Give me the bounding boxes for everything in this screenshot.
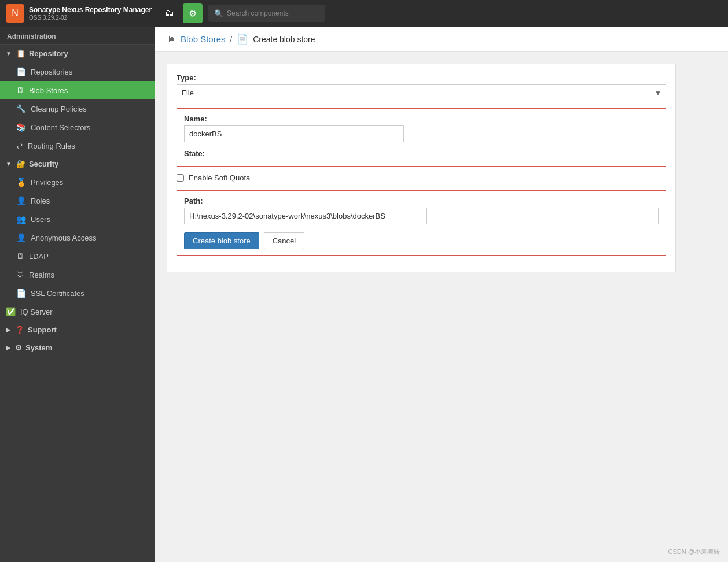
support-group-header[interactable]: ▶ ❓ Support [0,321,155,339]
breadcrumb-blob-stores-link[interactable]: Blob Stores [181,34,226,44]
sidebar-item-iq-server-label: IQ Server [20,308,53,316]
breadcrumb-blob-stores-icon: 🖥 [167,34,176,45]
search-icon: 🔍 [214,9,223,18]
realms-icon: 🛡 [16,270,24,279]
state-group: State: [184,149,659,158]
sidebar-item-blob-stores-label: Blob Stores [29,86,68,95]
sidebar-item-content-selectors-label: Content Selectors [31,123,90,132]
support-chevron: ▶ [6,327,10,333]
repository-items: 📄 Repositories 🖥 Blob Stores 🔧 Cleanup P… [0,62,155,155]
breadcrumb-current-text: Create blob store [253,35,315,44]
type-select-wrapper: File ▼ [177,84,666,101]
soft-quota-row: Enable Soft Quota [177,173,666,182]
administration-header: Administration [0,27,155,45]
system-icon: ⚙ [15,343,22,352]
search-bar: 🔍 [208,5,325,22]
sidebar-item-routing-rules[interactable]: ⇄ Routing Rules [0,136,155,155]
blob-stores-icon: 🖥 [16,86,24,95]
main-content: 🖥 Blob Stores / 📄 Create blob store Type… [155,27,728,562]
browse-button[interactable]: 🗂 [160,3,179,23]
path-input[interactable] [184,208,427,224]
form-area: Type: File ▼ Name: State: [155,52,728,283]
layout: Administration ▼ 📋 Repository 📄 Reposito… [0,27,728,562]
soft-quota-label[interactable]: Enable Soft Quota [189,173,250,182]
type-section: Type: File ▼ Name: State: [167,64,676,272]
system-group-header[interactable]: ▶ ⚙ System [0,339,155,357]
sidebar-item-realms[interactable]: 🛡 Realms [0,265,155,284]
sidebar-item-repositories-label: Repositories [31,68,72,76]
name-input[interactable] [184,125,404,142]
sidebar-item-routing-rules-label: Routing Rules [28,142,75,150]
sidebar-item-iq-server[interactable]: ✅ IQ Server [0,302,155,321]
security-label: Security [29,160,58,168]
path-extra-input[interactable] [427,208,659,224]
state-label: State: [184,149,659,158]
users-icon: 👥 [16,215,26,224]
repository-group-header[interactable]: ▼ 📋 Repository [0,45,155,62]
sidebar-item-ldap[interactable]: 🖥 LDAP [0,247,155,265]
sidebar: Administration ▼ 📋 Repository 📄 Reposito… [0,27,155,562]
sidebar-item-roles-label: Roles [31,197,50,205]
breadcrumb-create-icon: 📄 [237,34,248,45]
type-group: Type: File ▼ [177,73,666,101]
sidebar-item-ssl-certificates-label: SSL Certificates [31,289,84,298]
iq-server-icon: ✅ [6,307,16,316]
sidebar-item-ldap-label: LDAP [29,252,49,261]
create-blob-store-button[interactable]: Create blob store [184,232,259,249]
sidebar-item-users[interactable]: 👥 Users [0,210,155,228]
name-group: Name: [184,114,659,142]
cancel-button[interactable]: Cancel [264,232,304,249]
soft-quota-checkbox[interactable] [177,174,184,182]
routing-rules-icon: ⇄ [16,141,23,150]
breadcrumb: 🖥 Blob Stores / 📄 Create blob store [155,27,728,52]
nav-icons: 🗂 ⚙ [160,3,203,23]
ssl-certificates-icon: 📄 [16,289,26,298]
search-input[interactable] [227,9,319,17]
path-label: Path: [184,197,659,205]
anonymous-access-icon: 👤 [16,233,26,242]
security-items: 🏅 Privileges 👤 Roles 👥 Users 👤 Anonymous… [0,173,155,302]
support-label: Support [28,326,57,334]
sidebar-item-privileges-label: Privileges [31,178,63,187]
sidebar-item-realms-label: Realms [29,271,54,279]
repository-chevron: ▼ [6,50,12,57]
roles-icon: 👤 [16,196,26,205]
system-label: System [25,343,52,352]
security-icon: 🔐 [16,160,25,168]
breadcrumb-separator: / [230,35,233,43]
repository-icon: 📋 [16,49,25,58]
sidebar-item-privileges[interactable]: 🏅 Privileges [0,173,155,191]
cleanup-policies-icon: 🔧 [16,104,26,113]
sidebar-item-ssl-certificates[interactable]: 📄 SSL Certificates [0,284,155,302]
repository-label: Repository [29,49,68,58]
watermark: CSDN @小袁搬砖 [668,548,720,556]
type-label: Type: [177,73,666,82]
app-title: Sonatype Nexus Repository Manager [29,6,152,14]
support-icon: ❓ [15,326,24,334]
sidebar-item-anonymous-access-label: Anonymous Access [31,234,96,242]
brand-text: Sonatype Nexus Repository Manager OSS 3.… [29,6,152,20]
repositories-icon: 📄 [16,67,26,76]
sidebar-item-blob-stores[interactable]: 🖥 Blob Stores [0,81,155,99]
sidebar-item-cleanup-policies[interactable]: 🔧 Cleanup Policies [0,99,155,118]
path-section: Path: Create blob store Cancel [177,190,666,256]
navbar: N Sonatype Nexus Repository Manager OSS … [0,0,728,27]
name-state-box: Name: State: [177,108,666,167]
brand-icon: N [6,4,24,23]
sidebar-item-roles[interactable]: 👤 Roles [0,191,155,210]
sidebar-item-cleanup-policies-label: Cleanup Policies [31,105,87,113]
sidebar-item-content-selectors[interactable]: 📚 Content Selectors [0,118,155,136]
settings-button[interactable]: ⚙ [183,3,203,23]
ldap-icon: 🖥 [16,252,24,261]
name-label: Name: [184,114,659,123]
privileges-icon: 🏅 [16,178,26,187]
app-subtitle: OSS 3.29.2-02 [29,14,152,21]
sidebar-item-anonymous-access[interactable]: 👤 Anonymous Access [0,228,155,247]
brand: N Sonatype Nexus Repository Manager OSS … [6,4,152,23]
sidebar-item-repositories[interactable]: 📄 Repositories [0,62,155,81]
security-chevron: ▼ [6,161,12,167]
security-group-header[interactable]: ▼ 🔐 Security [0,155,155,173]
system-chevron: ▶ [6,345,10,351]
type-select[interactable]: File [177,84,666,101]
path-input-row [184,208,659,224]
